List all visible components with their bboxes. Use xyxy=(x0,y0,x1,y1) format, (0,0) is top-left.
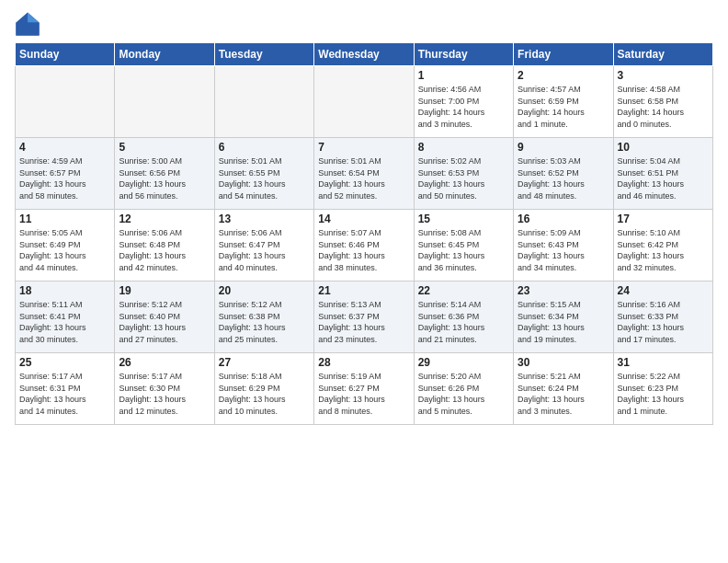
day-info: Sunrise: 5:13 AM Sunset: 6:37 PM Dayligh… xyxy=(318,299,409,345)
day-number: 18 xyxy=(19,284,110,297)
day-number: 17 xyxy=(618,213,709,225)
calendar-cell: 9Sunrise: 5:03 AM Sunset: 6:52 PM Daylig… xyxy=(514,138,613,210)
day-header-thursday: Thursday xyxy=(414,43,513,66)
day-info: Sunrise: 5:09 AM Sunset: 6:43 PM Dayligh… xyxy=(518,227,609,273)
day-number: 4 xyxy=(19,141,110,154)
day-info: Sunrise: 5:01 AM Sunset: 6:55 PM Dayligh… xyxy=(219,155,310,201)
svg-marker-1 xyxy=(28,12,40,22)
calendar-cell: 17Sunrise: 5:10 AM Sunset: 6:42 PM Dayli… xyxy=(613,210,712,282)
day-info: Sunrise: 5:06 AM Sunset: 6:48 PM Dayligh… xyxy=(119,227,210,273)
day-number: 26 xyxy=(119,356,210,369)
calendar-cell xyxy=(115,66,214,138)
day-info: Sunrise: 5:17 AM Sunset: 6:31 PM Dayligh… xyxy=(19,371,110,417)
day-info: Sunrise: 4:59 AM Sunset: 6:57 PM Dayligh… xyxy=(19,155,110,201)
calendar-cell: 18Sunrise: 5:11 AM Sunset: 6:41 PM Dayli… xyxy=(16,282,115,353)
day-number: 10 xyxy=(618,141,709,154)
day-info: Sunrise: 5:15 AM Sunset: 6:34 PM Dayligh… xyxy=(518,299,609,345)
calendar-cell: 4Sunrise: 4:59 AM Sunset: 6:57 PM Daylig… xyxy=(16,138,115,210)
day-number: 9 xyxy=(518,141,609,154)
calendar-week-0: 1Sunrise: 4:56 AM Sunset: 7:00 PM Daylig… xyxy=(16,66,713,138)
day-info: Sunrise: 4:56 AM Sunset: 7:00 PM Dayligh… xyxy=(418,84,509,130)
day-info: Sunrise: 5:10 AM Sunset: 6:42 PM Dayligh… xyxy=(618,227,709,273)
day-number: 15 xyxy=(418,213,509,225)
day-number: 3 xyxy=(618,69,709,82)
day-info: Sunrise: 5:17 AM Sunset: 6:30 PM Dayligh… xyxy=(119,371,210,417)
calendar-cell: 31Sunrise: 5:22 AM Sunset: 6:23 PM Dayli… xyxy=(613,353,712,425)
calendar-cell: 1Sunrise: 4:56 AM Sunset: 7:00 PM Daylig… xyxy=(414,66,513,138)
day-header-monday: Monday xyxy=(115,43,214,66)
day-number: 20 xyxy=(219,284,310,297)
day-number: 27 xyxy=(219,356,310,369)
calendar-cell: 11Sunrise: 5:05 AM Sunset: 6:49 PM Dayli… xyxy=(16,210,115,282)
day-header-wednesday: Wednesday xyxy=(314,43,414,66)
day-info: Sunrise: 5:12 AM Sunset: 6:40 PM Dayligh… xyxy=(119,299,210,345)
calendar-cell: 26Sunrise: 5:17 AM Sunset: 6:30 PM Dayli… xyxy=(115,353,214,425)
calendar-cell: 15Sunrise: 5:08 AM Sunset: 6:45 PM Dayli… xyxy=(414,210,513,282)
day-number: 12 xyxy=(119,213,210,225)
day-header-saturday: Saturday xyxy=(613,43,712,66)
day-info: Sunrise: 5:00 AM Sunset: 6:56 PM Dayligh… xyxy=(119,155,210,201)
day-number: 13 xyxy=(219,213,310,225)
header xyxy=(15,11,713,37)
calendar-cell: 30Sunrise: 5:21 AM Sunset: 6:24 PM Dayli… xyxy=(514,353,613,425)
day-number: 6 xyxy=(219,141,310,154)
calendar-cell: 12Sunrise: 5:06 AM Sunset: 6:48 PM Dayli… xyxy=(115,210,214,282)
day-info: Sunrise: 5:08 AM Sunset: 6:45 PM Dayligh… xyxy=(418,227,509,273)
calendar-cell: 16Sunrise: 5:09 AM Sunset: 6:43 PM Dayli… xyxy=(514,210,613,282)
calendar-cell: 21Sunrise: 5:13 AM Sunset: 6:37 PM Dayli… xyxy=(314,282,414,353)
calendar-cell: 2Sunrise: 4:57 AM Sunset: 6:59 PM Daylig… xyxy=(514,66,613,138)
calendar-cell: 27Sunrise: 5:18 AM Sunset: 6:29 PM Dayli… xyxy=(214,353,313,425)
day-header-friday: Friday xyxy=(514,43,613,66)
calendar-cell: 28Sunrise: 5:19 AM Sunset: 6:27 PM Dayli… xyxy=(314,353,414,425)
day-header-tuesday: Tuesday xyxy=(214,43,313,66)
calendar-cell: 3Sunrise: 4:58 AM Sunset: 6:58 PM Daylig… xyxy=(613,66,712,138)
svg-rect-2 xyxy=(16,23,39,36)
calendar-cell: 10Sunrise: 5:04 AM Sunset: 6:51 PM Dayli… xyxy=(613,138,712,210)
calendar-cell: 19Sunrise: 5:12 AM Sunset: 6:40 PM Dayli… xyxy=(115,282,214,353)
day-info: Sunrise: 5:21 AM Sunset: 6:24 PM Dayligh… xyxy=(518,371,609,417)
day-info: Sunrise: 5:06 AM Sunset: 6:47 PM Dayligh… xyxy=(219,227,310,273)
calendar: SundayMondayTuesdayWednesdayThursdayFrid… xyxy=(15,42,713,425)
day-info: Sunrise: 5:22 AM Sunset: 6:23 PM Dayligh… xyxy=(618,371,709,417)
calendar-cell xyxy=(214,66,313,138)
day-number: 11 xyxy=(19,213,110,225)
calendar-cell: 29Sunrise: 5:20 AM Sunset: 6:26 PM Dayli… xyxy=(414,353,513,425)
page-container: SundayMondayTuesdayWednesdayThursdayFrid… xyxy=(0,0,728,432)
day-number: 2 xyxy=(518,69,609,82)
calendar-cell xyxy=(16,66,115,138)
calendar-cell: 7Sunrise: 5:01 AM Sunset: 6:54 PM Daylig… xyxy=(314,138,414,210)
calendar-week-3: 18Sunrise: 5:11 AM Sunset: 6:41 PM Dayli… xyxy=(16,282,713,353)
day-number: 24 xyxy=(618,284,709,297)
calendar-cell: 24Sunrise: 5:16 AM Sunset: 6:33 PM Dayli… xyxy=(613,282,712,353)
calendar-cell: 25Sunrise: 5:17 AM Sunset: 6:31 PM Dayli… xyxy=(16,353,115,425)
day-info: Sunrise: 5:16 AM Sunset: 6:33 PM Dayligh… xyxy=(618,299,709,345)
calendar-cell xyxy=(314,66,414,138)
day-number: 19 xyxy=(119,284,210,297)
day-info: Sunrise: 5:18 AM Sunset: 6:29 PM Dayligh… xyxy=(219,371,310,417)
day-number: 28 xyxy=(318,356,409,369)
day-number: 21 xyxy=(318,284,409,297)
calendar-cell: 8Sunrise: 5:02 AM Sunset: 6:53 PM Daylig… xyxy=(414,138,513,210)
day-number: 29 xyxy=(418,356,509,369)
day-info: Sunrise: 5:14 AM Sunset: 6:36 PM Dayligh… xyxy=(418,299,509,345)
day-number: 31 xyxy=(618,356,709,369)
calendar-week-2: 11Sunrise: 5:05 AM Sunset: 6:49 PM Dayli… xyxy=(16,210,713,282)
day-number: 16 xyxy=(518,213,609,225)
day-number: 23 xyxy=(518,284,609,297)
day-number: 30 xyxy=(518,356,609,369)
calendar-cell: 23Sunrise: 5:15 AM Sunset: 6:34 PM Dayli… xyxy=(514,282,613,353)
day-info: Sunrise: 5:05 AM Sunset: 6:49 PM Dayligh… xyxy=(19,227,110,273)
calendar-cell: 13Sunrise: 5:06 AM Sunset: 6:47 PM Dayli… xyxy=(214,210,313,282)
calendar-header-row: SundayMondayTuesdayWednesdayThursdayFrid… xyxy=(16,43,713,66)
calendar-cell: 5Sunrise: 5:00 AM Sunset: 6:56 PM Daylig… xyxy=(115,138,214,210)
calendar-week-1: 4Sunrise: 4:59 AM Sunset: 6:57 PM Daylig… xyxy=(16,138,713,210)
day-info: Sunrise: 5:07 AM Sunset: 6:46 PM Dayligh… xyxy=(318,227,409,273)
calendar-cell: 20Sunrise: 5:12 AM Sunset: 6:38 PM Dayli… xyxy=(214,282,313,353)
day-info: Sunrise: 5:03 AM Sunset: 6:52 PM Dayligh… xyxy=(518,155,609,201)
calendar-cell: 22Sunrise: 5:14 AM Sunset: 6:36 PM Dayli… xyxy=(414,282,513,353)
day-number: 1 xyxy=(418,69,509,82)
day-number: 5 xyxy=(119,141,210,154)
calendar-cell: 14Sunrise: 5:07 AM Sunset: 6:46 PM Dayli… xyxy=(314,210,414,282)
day-info: Sunrise: 5:11 AM Sunset: 6:41 PM Dayligh… xyxy=(19,299,110,345)
day-number: 22 xyxy=(418,284,509,297)
